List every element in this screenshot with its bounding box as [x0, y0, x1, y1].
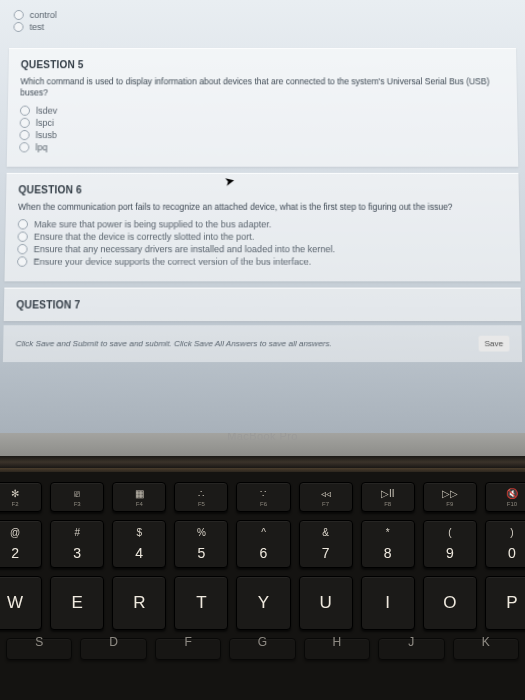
prior-question-options: control test: [0, 10, 525, 42]
key-label: F6: [260, 501, 267, 507]
key-label: W: [7, 593, 23, 613]
question-title: QUESTION 5: [21, 59, 505, 70]
option-row[interactable]: lsusb: [19, 130, 505, 140]
radio-icon: [17, 244, 27, 254]
function-key[interactable]: ◃◃F7: [299, 482, 353, 512]
key-label: U: [319, 593, 331, 613]
letter-key[interactable]: E: [50, 576, 104, 630]
option-row[interactable]: test: [13, 22, 511, 32]
question-7-card: QUESTION 7: [4, 288, 522, 321]
letter-key[interactable]: S: [6, 638, 72, 660]
key-label: F2: [12, 501, 19, 507]
function-key[interactable]: ✻F2: [0, 482, 42, 512]
number-key[interactable]: $4: [112, 520, 166, 568]
option-row[interactable]: Make sure that power is being supplied t…: [18, 220, 508, 230]
key-lower: 4: [135, 545, 143, 561]
question-prompt: Which command is used to display informa…: [20, 76, 505, 99]
radio-icon: [14, 10, 24, 20]
option-label: Ensure your device supports the correct …: [33, 257, 311, 267]
key-label: S: [35, 635, 43, 649]
laptop-screen: ➤ control test QUESTION 5 Which command …: [0, 0, 525, 433]
number-key[interactable]: #3: [50, 520, 104, 568]
letter-key[interactable]: D: [80, 638, 146, 660]
key-upper: #: [74, 527, 80, 538]
option-row[interactable]: lsdev: [20, 106, 505, 116]
number-key[interactable]: &7: [299, 520, 353, 568]
function-key[interactable]: ∴F5: [174, 482, 228, 512]
number-key[interactable]: %5: [174, 520, 228, 568]
laptop-hinge: [0, 456, 525, 468]
footer-bar: Click Save and Submit to save and submit…: [3, 326, 522, 363]
key-lower: 8: [384, 545, 392, 561]
key-label: K: [482, 635, 490, 649]
question-title: QUESTION 6: [18, 184, 506, 195]
question-5-card: QUESTION 5 Which command is used to disp…: [7, 48, 519, 167]
keyboard: ✻F2⎚F3▦F4∴F5∵F6◃◃F7▷IIF8▷▷F9🔇F10 @2#3$4%…: [0, 472, 525, 700]
number-key[interactable]: ^6: [236, 520, 290, 568]
key-label: I: [385, 593, 390, 613]
option-row[interactable]: Ensure that the device is correctly slot…: [17, 232, 507, 242]
letter-key[interactable]: U: [299, 576, 353, 630]
key-upper: @: [10, 527, 20, 538]
radio-icon: [17, 232, 27, 242]
option-row[interactable]: lspci: [20, 118, 506, 128]
option-label: lsusb: [36, 130, 57, 140]
key-glyph-icon: 🔇: [506, 488, 518, 499]
key-label: Y: [258, 593, 269, 613]
key-glyph-icon: ∴: [198, 488, 204, 499]
key-label: F9: [446, 501, 453, 507]
radio-icon: [13, 22, 23, 32]
key-upper: &: [322, 527, 329, 538]
number-key[interactable]: @2: [0, 520, 42, 568]
number-key[interactable]: *8: [361, 520, 415, 568]
option-row[interactable]: lpq: [19, 142, 506, 152]
radio-icon: [17, 257, 27, 267]
question-6-card: QUESTION 6 When the communication port f…: [4, 173, 520, 282]
letter-key-row: WERTYUIOP: [6, 576, 519, 630]
letter-key[interactable]: G: [229, 638, 295, 660]
number-key-row: @2#3$4%5^6&7*8(9)0: [6, 520, 519, 568]
key-glyph-icon: ⎚: [74, 488, 80, 499]
key-glyph-icon: ◃◃: [321, 488, 331, 499]
option-row[interactable]: Ensure that any necessary drivers are in…: [17, 244, 508, 254]
key-lower: 3: [73, 545, 81, 561]
key-upper: ): [510, 527, 513, 538]
letter-key[interactable]: H: [304, 638, 370, 660]
function-key[interactable]: ▷▷F9: [423, 482, 477, 512]
letter-key[interactable]: R: [112, 576, 166, 630]
key-label: D: [109, 635, 118, 649]
letter-key[interactable]: P: [485, 576, 525, 630]
option-row[interactable]: control: [14, 10, 512, 20]
key-label: F7: [322, 501, 329, 507]
key-label: G: [258, 635, 267, 649]
key-lower: 7: [322, 545, 330, 561]
save-button[interactable]: Save: [478, 336, 509, 352]
function-key[interactable]: ⎚F3: [50, 482, 104, 512]
number-key[interactable]: (9: [423, 520, 477, 568]
option-label: control: [30, 10, 57, 20]
function-key[interactable]: 🔇F10: [485, 482, 525, 512]
key-label: H: [333, 635, 342, 649]
letter-key[interactable]: I: [361, 576, 415, 630]
option-row[interactable]: Ensure your device supports the correct …: [17, 257, 508, 267]
key-label: T: [196, 593, 206, 613]
key-lower: 0: [508, 545, 516, 561]
option-label: lsdev: [36, 106, 57, 116]
key-glyph-icon: ✻: [11, 488, 19, 499]
letter-key[interactable]: J: [378, 638, 444, 660]
letter-key[interactable]: F: [155, 638, 221, 660]
radio-icon: [19, 130, 29, 140]
letter-key[interactable]: T: [174, 576, 228, 630]
function-key[interactable]: ∵F6: [236, 482, 290, 512]
function-key[interactable]: ▷IIF8: [361, 482, 415, 512]
radio-icon: [18, 220, 28, 230]
letter-key[interactable]: Y: [236, 576, 290, 630]
key-label: F8: [384, 501, 391, 507]
letter-key[interactable]: W: [0, 576, 42, 630]
letter-key[interactable]: O: [423, 576, 477, 630]
function-key-row: ✻F2⎚F3▦F4∴F5∵F6◃◃F7▷IIF8▷▷F9🔇F10: [6, 482, 519, 512]
function-key[interactable]: ▦F4: [112, 482, 166, 512]
number-key[interactable]: )0: [485, 520, 525, 568]
letter-key[interactable]: K: [453, 638, 519, 660]
question-prompt: When the communication port fails to rec…: [18, 202, 507, 214]
